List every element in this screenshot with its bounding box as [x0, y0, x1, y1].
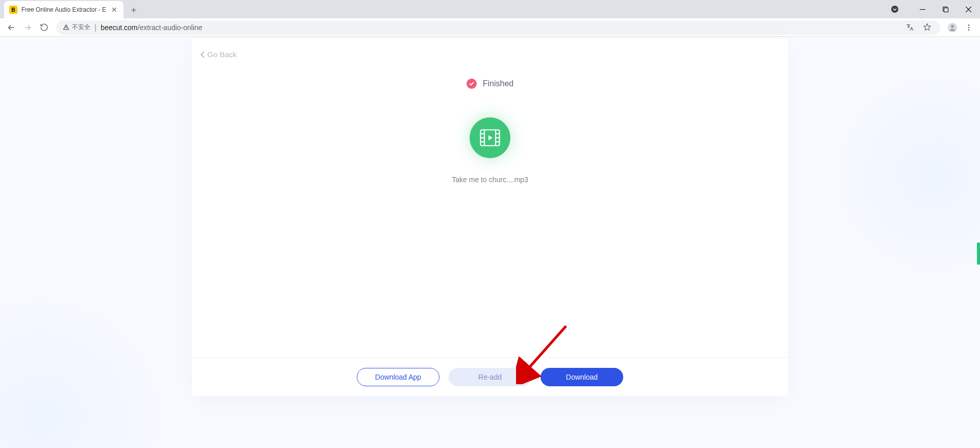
security-label: 不安全 — [72, 23, 90, 32]
finished-check-icon — [467, 79, 477, 89]
file-block: Take me to churc....mp3 — [192, 117, 788, 184]
window-controls — [883, 0, 980, 18]
kebab-menu-icon[interactable] — [962, 20, 976, 35]
address-bar[interactable]: 不安全 | beecut.com/extract-audio-online — [56, 20, 940, 35]
url-path: /extract-audio-online — [138, 23, 203, 32]
action-bar: Download App Re-add Download — [192, 357, 788, 396]
tab-close-icon[interactable]: ✕ — [110, 6, 118, 14]
translate-icon[interactable] — [902, 20, 917, 35]
extractor-card: Go Back Finished — [192, 39, 788, 396]
readd-button[interactable]: Re-add — [449, 368, 531, 386]
file-name: Take me to churc....mp3 — [452, 176, 528, 184]
download-button[interactable]: Download — [541, 368, 623, 386]
window-maximize-button[interactable] — [934, 2, 957, 17]
tab-title: Free Online Audio Extractor - E — [21, 6, 106, 13]
bookmark-star-icon[interactable] — [920, 20, 934, 35]
account-circle-icon[interactable] — [883, 2, 906, 17]
svg-point-0 — [891, 6, 898, 13]
download-app-button[interactable]: Download App — [357, 368, 439, 386]
status-label: Finished — [483, 79, 513, 88]
svg-point-7 — [951, 24, 954, 28]
svg-point-9 — [968, 27, 970, 28]
page-content-area: Go Back Finished — [0, 37, 980, 448]
svg-point-8 — [968, 24, 970, 26]
nav-reload-button[interactable] — [37, 20, 51, 35]
address-divider: | — [94, 23, 96, 32]
nav-back-button[interactable] — [4, 20, 18, 35]
profile-avatar-icon[interactable] — [945, 20, 960, 35]
video-file-icon — [470, 117, 510, 158]
url-text: beecut.com/extract-audio-online — [101, 23, 202, 32]
url-domain: beecut.com — [101, 23, 137, 32]
scrollbar-thumb[interactable] — [977, 242, 980, 265]
browser-tab[interactable]: B Free Online Audio Extractor - E ✕ — [4, 1, 124, 18]
tab-favicon-icon: B — [9, 6, 17, 14]
nav-forward-button — [20, 20, 35, 35]
svg-point-10 — [968, 29, 970, 31]
tab-bar: B Free Online Audio Extractor - E ✕ ＋ — [0, 0, 980, 18]
status-row: Finished — [192, 79, 788, 89]
go-back-label: Go Back — [207, 50, 237, 59]
svg-rect-3 — [944, 8, 948, 12]
window-close-button[interactable] — [957, 2, 980, 17]
go-back-link[interactable]: Go Back — [200, 50, 237, 59]
new-tab-button[interactable]: ＋ — [127, 3, 141, 17]
browser-chrome: B Free Online Audio Extractor - E ✕ ＋ — [0, 0, 980, 37]
window-minimize-button[interactable] — [911, 2, 934, 17]
address-bar-row: 不安全 | beecut.com/extract-audio-online — [0, 18, 980, 37]
security-warning-icon[interactable]: 不安全 — [62, 23, 90, 32]
